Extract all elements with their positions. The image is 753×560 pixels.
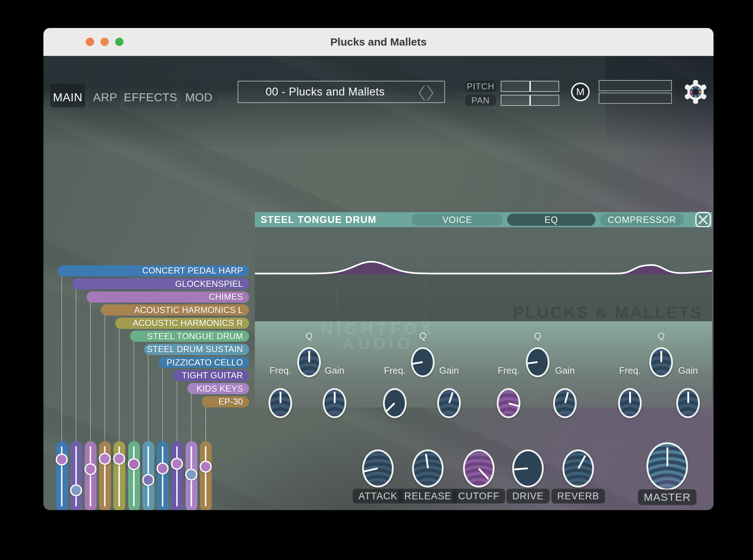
instrument-pill-steel-tongue-drum[interactable]: STEEL TONGUE DRUM	[130, 331, 249, 342]
volume-fader-track[interactable]	[70, 441, 82, 510]
volume-fader-track[interactable]	[85, 441, 97, 510]
eq-q-label: Q	[534, 331, 541, 342]
instrument-connector-line	[177, 380, 177, 443]
eq-band4-gain-knob[interactable]	[676, 388, 700, 418]
eq-band1-q-knob[interactable]	[297, 347, 321, 377]
settings-gear-icon[interactable]	[684, 80, 707, 104]
panel-tab-voice[interactable]: VOICE	[412, 214, 503, 226]
tab-effects[interactable]: EFFECTS	[125, 84, 177, 107]
knob-pointer	[425, 454, 429, 469]
release-label: RELEASE	[398, 489, 457, 504]
knob-pointer	[363, 468, 378, 473]
eq-gain-label: Gain	[678, 365, 698, 376]
knob-pointer	[508, 402, 520, 407]
pan-slider[interactable]	[501, 95, 559, 106]
tab-mod[interactable]: MOD	[181, 84, 217, 107]
plugin-window: Plucks and Mallets MAINARPEFFECTSMOD 00 …	[43, 28, 714, 510]
knob-pointer	[687, 392, 689, 403]
eq-gain-label: Gain	[325, 365, 345, 376]
eq-curve-display[interactable]: PLUCKS & MALLETS PHILIP ZACH	[255, 227, 712, 321]
volume-fader-track[interactable]	[157, 441, 169, 510]
instrument-connector-line	[162, 367, 163, 444]
instrument-connector-line	[191, 393, 192, 444]
instrument-connector-line	[134, 341, 134, 444]
volume-fader-track[interactable]	[200, 441, 212, 510]
eq-band2-q-knob[interactable]	[411, 347, 435, 377]
master-knob[interactable]	[646, 442, 688, 490]
instrument-pill-ep-30[interactable]: EP-30	[202, 396, 249, 407]
panel-tab-eq[interactable]: EQ	[507, 214, 595, 226]
pitch-slider-handle[interactable]	[529, 81, 531, 91]
volume-fader-track[interactable]	[128, 441, 140, 510]
fader-line	[205, 446, 206, 507]
eq-freq-label: Freq.	[270, 365, 291, 376]
volume-fader-track[interactable]	[171, 441, 183, 510]
tab-arp[interactable]: ARP	[89, 84, 121, 107]
volume-fader-handle[interactable]	[200, 461, 212, 473]
instrument-pill-pizzicato-cello[interactable]: PIZZICATO CELLO	[159, 357, 249, 368]
knob-pointer	[411, 361, 423, 365]
instrument-pill-concert-pedal-harp[interactable]: CONCERT PEDAL HARP	[58, 265, 249, 276]
volume-fader-handle[interactable]	[56, 453, 68, 466]
volume-fader-handle[interactable]	[84, 463, 97, 475]
instrument-pill-acoustic-harmonics-r[interactable]: ACOUSTIC HARMONICS R	[115, 318, 249, 329]
eq-freq-label: Freq.	[498, 365, 520, 376]
tab-main[interactable]: MAIN	[50, 84, 85, 107]
instrument-pill-steel-drum-sustain[interactable]: STEEL DRUM SUSTAIN	[144, 344, 249, 355]
attack-knob[interactable]	[362, 449, 394, 487]
eq-band2-freq-knob[interactable]	[383, 388, 407, 418]
knob-pointer	[660, 351, 662, 362]
instrument-pill-tight-guitar[interactable]: TIGHT GUITAR	[173, 370, 249, 381]
reverb-label: REVERB	[551, 489, 605, 504]
eq-freq-label: Freq.	[619, 365, 641, 376]
preset-prev-next-icons[interactable]	[418, 84, 434, 102]
instrument-pill-chimes[interactable]: CHIMES	[86, 291, 249, 303]
chevron-right-icon	[427, 85, 433, 101]
eq-band3-q-knob[interactable]	[526, 347, 549, 377]
panel-title: STEEL TONGUE DRUM	[261, 212, 376, 227]
panel-header: STEEL TONGUE DRUM VOICEEQCOMPRESSOR	[255, 212, 712, 227]
pan-slider-handle[interactable]	[529, 95, 531, 105]
volume-fader-track[interactable]	[113, 441, 125, 510]
eq-band1-gain-knob[interactable]	[323, 388, 346, 418]
eq-band3-gain-knob[interactable]	[553, 388, 577, 418]
knob-pointer	[526, 361, 538, 365]
eq-band1-freq-knob[interactable]	[268, 388, 292, 418]
knob-pointer	[564, 392, 569, 403]
drive-knob[interactable]	[512, 449, 544, 487]
eq-band2-gain-knob[interactable]	[437, 388, 461, 418]
instrument-pill-kids-keys[interactable]: KIDS KEYS	[187, 383, 249, 394]
eq-curve[interactable]	[255, 227, 712, 321]
background-shadow	[606, 56, 714, 206]
volume-fader-handle[interactable]	[185, 468, 197, 481]
fader-line	[75, 446, 77, 507]
window-title: Plucks and Mallets	[43, 28, 714, 56]
eq-band4-q-knob[interactable]	[649, 347, 673, 377]
pitch-label: PITCH	[465, 81, 496, 92]
volume-fader-handle[interactable]	[70, 484, 82, 496]
eq-band4-freq-knob[interactable]	[618, 388, 642, 418]
instrument-pill-acoustic-harmonics-l[interactable]: ACOUSTIC HARMONICS L	[101, 304, 249, 316]
volume-fader-track[interactable]	[56, 441, 68, 510]
fader-line	[176, 446, 178, 507]
reverb-knob[interactable]	[562, 449, 594, 487]
pitch-slider[interactable]	[501, 81, 559, 92]
release-knob[interactable]	[412, 449, 444, 487]
knob-pointer	[448, 392, 454, 403]
volume-fader-handle[interactable]	[171, 458, 183, 470]
panel-close-button[interactable]	[695, 211, 711, 228]
instrument-pill-glockenspiel[interactable]: GLOCKENSPIEL	[72, 278, 249, 289]
eq-band3-freq-knob[interactable]	[497, 388, 520, 418]
preset-selector[interactable]: 00 - Plucks and Mallets	[238, 81, 445, 103]
cutoff-knob[interactable]	[463, 449, 495, 487]
eq-q-label: Q	[658, 331, 665, 342]
master-mute-button[interactable]: M	[571, 83, 590, 101]
volume-fader-track[interactable]	[99, 441, 111, 510]
volume-fader-handle[interactable]	[142, 474, 154, 486]
master-label: MASTER	[638, 489, 696, 505]
volume-fader-handle[interactable]	[156, 462, 169, 475]
eq-q-label: Q	[305, 331, 313, 342]
screen: Plucks and Mallets MAINARPEFFECTSMOD 00 …	[0, 0, 753, 560]
panel-tab-compressor[interactable]: COMPRESSOR	[600, 214, 684, 226]
cutoff-label: CUTOFF	[453, 489, 505, 504]
